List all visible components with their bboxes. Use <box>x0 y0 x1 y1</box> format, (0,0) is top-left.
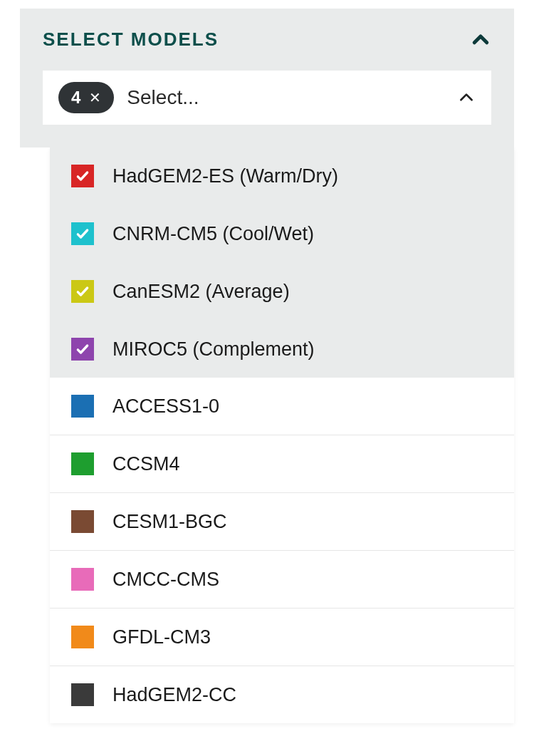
model-select-input[interactable]: 4 ✕ Select... <box>43 71 491 125</box>
model-option-label: CNRM-CM5 (Cool/Wet) <box>112 223 314 245</box>
color-swatch[interactable] <box>71 452 94 475</box>
model-option-label: CanESM2 (Average) <box>112 281 290 303</box>
selection-count: 4 <box>71 88 80 108</box>
model-option[interactable]: CMCC-CMS <box>50 550 514 608</box>
model-option[interactable]: CCSM4 <box>50 435 514 492</box>
color-swatch[interactable] <box>71 510 94 533</box>
model-option[interactable]: ACCESS1-0 <box>50 378 514 435</box>
select-models-panel: SELECT MODELS 4 ✕ Select... <box>20 9 514 147</box>
model-option[interactable]: HadGEM2-ES (Warm/Dry) <box>50 147 514 204</box>
color-swatch[interactable] <box>71 626 94 648</box>
model-option-label: HadGEM2-ES (Warm/Dry) <box>112 165 338 187</box>
chevron-up-icon[interactable] <box>470 29 491 51</box>
selection-count-chip[interactable]: 4 ✕ <box>58 82 114 113</box>
panel-header: SELECT MODELS <box>43 29 491 51</box>
model-option-label: ACCESS1-0 <box>112 395 219 418</box>
model-option[interactable]: CanESM2 (Average) <box>50 262 514 320</box>
model-option[interactable]: MIROC5 (Complement) <box>50 320 514 378</box>
clear-selection-icon[interactable]: ✕ <box>89 90 101 105</box>
color-swatch[interactable] <box>71 683 94 706</box>
select-placeholder: Select... <box>127 86 444 109</box>
model-option[interactable]: CESM1-BGC <box>50 492 514 550</box>
model-option-label: GFDL-CM3 <box>112 626 211 648</box>
color-swatch[interactable] <box>71 568 94 591</box>
chevron-up-icon[interactable] <box>457 88 476 107</box>
model-option-label: CESM1-BGC <box>112 511 227 533</box>
model-option-label: MIROC5 (Complement) <box>112 338 315 361</box>
checkbox-checked-icon[interactable] <box>71 165 94 187</box>
model-option[interactable]: HadGEM2-CC <box>50 666 514 723</box>
model-option-label: CCSM4 <box>112 453 180 475</box>
model-option-label: CMCC-CMS <box>112 569 219 591</box>
model-option-label: HadGEM2-CC <box>112 684 236 706</box>
model-option[interactable]: CNRM-CM5 (Cool/Wet) <box>50 204 514 262</box>
checkbox-checked-icon[interactable] <box>71 280 94 303</box>
model-option[interactable]: GFDL-CM3 <box>50 608 514 666</box>
color-swatch[interactable] <box>71 395 94 418</box>
checkbox-checked-icon[interactable] <box>71 338 94 361</box>
model-options-dropdown: HadGEM2-ES (Warm/Dry)CNRM-CM5 (Cool/Wet)… <box>50 147 514 723</box>
checkbox-checked-icon[interactable] <box>71 222 94 245</box>
panel-title: SELECT MODELS <box>43 29 219 51</box>
